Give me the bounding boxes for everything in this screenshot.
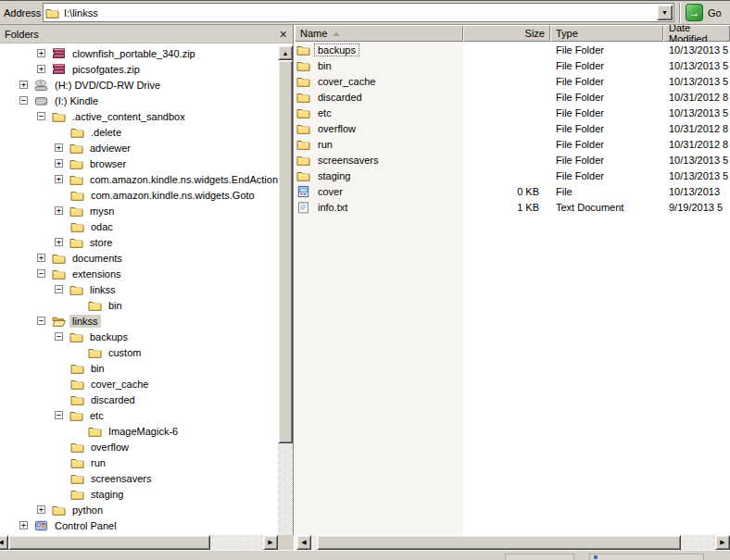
tree-item-label[interactable]: cover_cache [88,378,151,391]
file-name[interactable]: overflow [314,122,359,135]
file-name[interactable]: backups [314,44,359,56]
tree-item[interactable]: com.amazon.kindle.ns.widgets.Goto [0,187,278,203]
collapse-icon[interactable]: − [37,269,45,278]
close-icon[interactable]: × [280,28,287,41]
tree-item-label[interactable]: .delete [88,126,124,139]
tree-item-label[interactable]: extensions [69,268,124,280]
file-name[interactable]: staging [314,169,354,182]
scroll-right-button[interactable]: ▶ [263,535,278,550]
expand-icon[interactable]: + [37,505,45,514]
tree-item[interactable]: +adviewer [0,140,278,156]
tree-item-label[interactable]: bin [88,362,107,375]
tree-item[interactable]: +store [0,234,278,250]
file-row[interactable]: stagingFile Folder10/13/2013 5 [295,168,730,183]
tree-item[interactable]: +com.amazon.kindle.ns.widgets.EndActions [0,171,278,187]
tree-item[interactable]: +python [0,502,278,517]
address-combo[interactable]: I:\linkss ▼ [43,3,674,22]
tree-item[interactable]: +picsofgates.zip [0,61,278,77]
file-row[interactable]: etcFile Folder10/13/2013 5 [295,105,730,120]
tree-item[interactable]: bin [0,360,278,376]
file-name[interactable]: cover_cache [314,75,379,88]
expand-icon[interactable]: + [19,521,28,529]
tree-item-label[interactable]: discarded [88,393,138,406]
tree-item-label[interactable]: com.amazon.kindle.ns.widgets.Goto [88,189,258,202]
expand-icon[interactable]: + [55,143,63,152]
tree-item[interactable]: −(I:) Kindle [0,93,278,108]
tree-item[interactable]: discarded [0,392,278,407]
file-row[interactable]: discardedFile Folder10/31/2012 8 [295,89,730,105]
tree-item[interactable]: +(H:) DVD/CD-RW Drive [0,77,278,93]
expand-icon[interactable]: + [19,81,28,89]
tree-item[interactable]: +Control Panel [0,517,278,533]
file-list-horizontal-scrollbar[interactable]: ◀ ▶ [296,535,730,550]
file-row[interactable]: backupsFile Folder10/13/2013 5 [295,42,730,57]
expand-icon[interactable]: + [37,65,45,73]
tree-item-label[interactable]: ImageMagick-6 [106,425,181,438]
column-header-name[interactable]: Name [295,25,463,42]
column-header-type[interactable]: Type [550,25,663,42]
tree-item[interactable]: −.active_content_sandbox [0,108,278,124]
file-row[interactable]: screensaversFile Folder10/13/2013 5 [295,152,730,168]
scrollbar-thumb[interactable] [8,535,210,550]
collapse-icon[interactable]: − [55,411,63,419]
tree-item-label[interactable]: linkss [87,283,119,296]
tree-item-label[interactable]: (I:) Kindle [52,94,101,107]
file-name[interactable]: bin [314,59,335,72]
column-header-date-modified[interactable]: Date Modified [663,25,730,42]
tree-item-label[interactable]: screensavers [88,472,154,485]
expand-icon[interactable]: + [55,206,63,215]
expand-icon[interactable]: + [55,175,63,183]
tree-item-label[interactable]: clownfish_portable_340.zip [69,47,198,60]
tree-item[interactable]: odac [0,218,278,234]
file-row[interactable]: cover0 KBFile10/13/2013 [295,183,730,199]
tree-item-label[interactable]: mysn [87,205,117,218]
tree-item-label[interactable]: etc [87,409,107,422]
tree-item-label[interactable]: picsofgates.zip [69,63,143,76]
tree-item[interactable]: −backups [0,329,278,344]
file-row[interactable]: binFile Folder10/13/2013 5 [295,57,730,73]
tree-item[interactable]: .delete [0,124,278,140]
tree-item[interactable]: overflow [0,439,278,454]
tree-horizontal-scrollbar[interactable]: ◀ ▶ [0,535,278,550]
tree-item-label[interactable]: staging [88,488,126,501]
scroll-right-button[interactable]: ▶ [715,535,730,550]
tree-item-label[interactable]: run [88,456,108,469]
tree-item[interactable]: ImageMagick-6 [0,423,278,439]
scrollbar-thumb[interactable] [317,535,681,550]
expand-icon[interactable]: + [37,49,45,57]
tree-item-label[interactable]: adviewer [87,142,133,155]
tree-item[interactable]: −etc [0,407,278,423]
expand-icon[interactable]: + [37,254,45,262]
file-row[interactable]: overflowFile Folder10/31/2012 8 [295,120,730,136]
address-input[interactable]: I:\linkss [64,7,657,19]
file-name[interactable]: etc [314,106,335,119]
file-name[interactable]: cover [314,185,346,198]
tree-item-label[interactable]: custom [106,346,144,359]
tree-item[interactable]: +documents [0,250,278,266]
tree-item[interactable]: cover_cache [0,376,278,392]
tree-item-label[interactable]: Control Panel [52,519,120,532]
tree-item[interactable]: run [0,454,278,470]
scroll-left-button[interactable]: ◀ [296,535,311,550]
file-row[interactable]: info.txt1 KBText Document9/19/2013 5 [295,199,730,215]
expand-icon[interactable]: + [55,159,63,168]
tree-item-label[interactable]: backups [87,330,131,343]
tree-item[interactable]: −extensions [0,266,278,281]
tree-item[interactable]: screensavers [0,470,278,486]
collapse-icon[interactable]: − [19,96,28,105]
tree-item-label[interactable]: (H:) DVD/CD-RW Drive [52,79,163,92]
tree-item[interactable]: +clownfish_portable_340.zip [0,45,278,61]
tree-item-label[interactable]: python [69,504,106,516]
tree-item[interactable]: custom [0,344,278,360]
file-row[interactable]: cover_cacheFile Folder10/13/2013 5 [295,73,730,89]
collapse-icon[interactable]: − [37,317,45,325]
go-button[interactable]: → Go [686,4,722,21]
tree-item[interactable]: +mysn [0,203,278,218]
tree-item[interactable]: −linkss [0,313,278,329]
tree-item-label[interactable]: store [87,236,115,249]
collapse-icon[interactable]: − [55,332,63,341]
scroll-left-button[interactable]: ◀ [0,535,8,550]
collapse-icon[interactable]: − [55,285,63,293]
taskbar-button[interactable] [505,554,574,560]
tree-item-label[interactable]: com.amazon.kindle.ns.widgets.EndActions [87,173,278,186]
